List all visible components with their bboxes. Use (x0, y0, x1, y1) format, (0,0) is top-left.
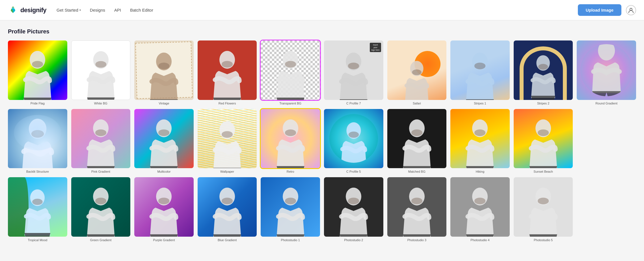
svg-point-2 (32, 61, 43, 68)
grid-row-2: Backlit Structure Pink Gradient (8, 109, 636, 174)
section-title: Profile Pictures (8, 28, 636, 35)
card-label: Photostudio 2 (324, 238, 383, 242)
list-item[interactable]: Matched BG (387, 109, 447, 174)
card-image (261, 109, 320, 168)
card-image (71, 40, 131, 100)
card-image (134, 40, 194, 100)
card-image (71, 109, 131, 168)
list-item[interactable]: Transparent BG (261, 40, 320, 105)
card-image (198, 177, 257, 237)
list-item[interactable]: Round Gradient (577, 40, 636, 105)
card-image (450, 177, 510, 237)
card-label: Red Flowers (198, 102, 257, 105)
svg-point-29 (285, 129, 296, 136)
list-item[interactable]: Multicolor (134, 109, 194, 174)
card-label: Matched BG (387, 170, 447, 173)
card-image (577, 40, 636, 100)
card-image (198, 40, 257, 100)
card-label: Multicolor (134, 170, 194, 173)
list-item[interactable]: Insertyourlogo here C Profile 7 (324, 40, 383, 105)
list-item[interactable]: Photostudio 3 (387, 177, 447, 242)
nav-get-started[interactable]: Get Started ▾ (57, 8, 81, 12)
grid-row-3: Tropical Mood Green Gradient (8, 177, 636, 242)
svg-point-19 (598, 44, 615, 61)
svg-point-0 (630, 8, 632, 10)
svg-point-37 (538, 129, 549, 136)
card-label: Stripes 2 (514, 102, 573, 105)
svg-point-27 (222, 131, 233, 138)
card-image (387, 177, 447, 237)
svg-point-6 (158, 63, 169, 70)
card-image (450, 40, 510, 100)
card-label: White BG (71, 102, 131, 105)
list-item[interactable]: Vintage (134, 40, 194, 105)
list-item[interactable]: Tropical Mood (8, 177, 67, 242)
card-image (514, 40, 573, 100)
nav-designs[interactable]: Designs (90, 8, 105, 12)
svg-point-35 (474, 129, 485, 136)
list-item[interactable]: Blue Gradient (198, 177, 257, 242)
list-item[interactable]: White BG (71, 40, 131, 105)
card-label: Wallpaper (198, 170, 257, 173)
list-item[interactable]: Safari (387, 40, 447, 105)
card-label: Vintage (134, 102, 194, 105)
list-item[interactable]: Photostudio 5 (514, 177, 573, 242)
list-item[interactable]: Photostudio 2 (324, 177, 383, 242)
list-item[interactable]: Wallpaper (198, 109, 257, 174)
logo-text: designify (20, 7, 46, 14)
card-image (8, 109, 67, 168)
card-label: Stripes 1 (450, 102, 510, 105)
user-account-icon[interactable] (626, 5, 636, 15)
logo-icon (8, 5, 18, 15)
list-item[interactable]: Hiking (450, 109, 510, 174)
list-item[interactable]: Backlit Structure (8, 109, 67, 174)
list-item[interactable]: Green Gradient (71, 177, 131, 242)
card-label: Round Gradient (577, 102, 636, 105)
svg-point-18 (539, 64, 548, 70)
list-item[interactable]: Pink Gradient (71, 109, 131, 174)
upload-image-button[interactable]: Upload Image (578, 4, 621, 16)
list-item[interactable]: Retro (261, 109, 320, 174)
card-label: Purple Gradient (134, 238, 194, 242)
nav-api[interactable]: API (114, 8, 121, 12)
list-item[interactable]: Red Flowers (198, 40, 257, 105)
person-icon (628, 7, 634, 13)
card-image (8, 177, 67, 237)
nav-batch-editor[interactable]: Batch Editor (130, 8, 153, 12)
card-label: Sunset Beach (514, 170, 573, 173)
list-item[interactable]: C Profile 5 (324, 109, 383, 174)
svg-point-33 (411, 129, 422, 136)
card-image (261, 40, 320, 100)
card-label: Backlit Structure (8, 170, 67, 173)
svg-point-53 (474, 198, 485, 205)
svg-point-8 (222, 61, 233, 68)
list-item[interactable]: Sunset Beach (514, 109, 573, 174)
svg-point-49 (348, 198, 359, 205)
list-item[interactable]: Purple Gradient (134, 177, 194, 242)
card-image (8, 40, 67, 100)
svg-point-16 (474, 63, 485, 70)
list-item[interactable]: Pride Flag (8, 40, 67, 105)
card-label: Photostudio 5 (514, 238, 573, 242)
card-image (198, 109, 257, 168)
svg-point-51 (411, 198, 422, 205)
svg-point-43 (158, 198, 169, 205)
svg-point-4 (95, 61, 106, 68)
logo[interactable]: designify (8, 5, 46, 15)
list-item[interactable]: Stripes 2 (514, 40, 573, 105)
card-label: Photostudio 1 (261, 238, 320, 242)
svg-point-23 (95, 129, 106, 136)
svg-point-41 (95, 198, 106, 205)
grid-row-1: Pride Flag White BG (8, 40, 636, 105)
chevron-down-icon: ▾ (79, 8, 81, 12)
svg-point-55 (538, 198, 549, 205)
list-item[interactable]: Photostudio 1 (261, 177, 320, 242)
card-image: Insertyourlogo here (324, 40, 383, 100)
card-image (324, 177, 383, 237)
svg-point-47 (285, 198, 296, 205)
card-label: Transparent BG (261, 102, 320, 105)
card-label: C Profile 7 (324, 102, 383, 105)
card-image (514, 109, 573, 168)
list-item[interactable]: Stripes 1 (450, 40, 510, 105)
list-item[interactable]: Photostudio 4 (450, 177, 510, 242)
